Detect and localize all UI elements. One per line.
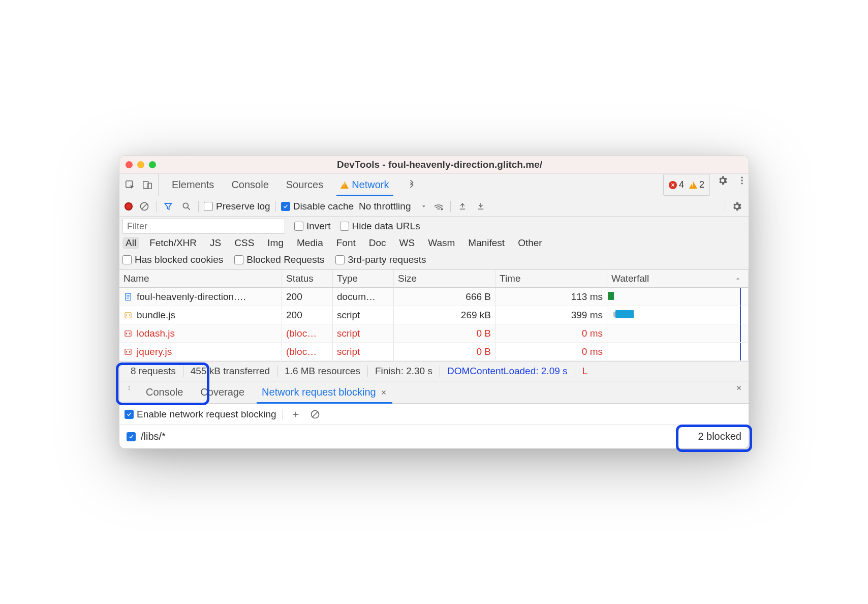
cell-type: docum… [333, 288, 394, 306]
tab-network[interactable]: Network [333, 174, 396, 196]
checkbox-label: Hide data URLs [352, 221, 420, 232]
close-drawer-icon[interactable] [735, 381, 749, 395]
col-time[interactable]: Time [495, 270, 607, 287]
kebab-menu-icon[interactable] [735, 174, 749, 187]
checkbox-label: Has blocked cookies [135, 254, 223, 265]
panel-settings-gear-icon[interactable] [730, 200, 743, 213]
zoom-window-dot[interactable] [149, 161, 156, 168]
network-request-table: Name Status Type Size Time Waterfall fou… [119, 270, 749, 361]
checkbox-icon [234, 255, 243, 264]
main-tab-strip: Elements Console Sources Network ×4 2 [119, 174, 749, 196]
document-icon [123, 292, 133, 301]
drawer-tab-request-blocking[interactable]: Network request blocking [255, 381, 394, 403]
tab-console[interactable]: Console [224, 174, 275, 196]
error-icon: × [669, 181, 677, 189]
checkbox-icon [204, 202, 213, 211]
filter-funnel-icon[interactable] [162, 200, 175, 213]
type-filter-doc[interactable]: Doc [366, 237, 389, 249]
warning-count: 2 [699, 179, 704, 190]
enable-blocking-checkbox[interactable]: Enable network request blocking [125, 409, 276, 420]
network-toolbar: Preserve log Disable cache No throttling [119, 196, 749, 217]
tab-label: Console [231, 179, 268, 191]
more-tabs-button[interactable] [399, 174, 424, 196]
blocking-pattern-row[interactable]: /libs/* 2 blocked [119, 425, 749, 448]
svg-point-15 [129, 386, 130, 387]
has-blocked-cookies-checkbox[interactable]: Has blocked cookies [122, 254, 223, 265]
request-blocking-toolbar: Enable network request blocking [119, 404, 749, 425]
tab-elements[interactable]: Elements [165, 174, 221, 196]
cell-waterfall [607, 343, 749, 360]
warning-icon [689, 182, 697, 189]
titlebar: DevTools - foul-heavenly-direction.glitc… [119, 156, 749, 174]
blocked-requests-checkbox[interactable]: Blocked Requests [234, 254, 324, 265]
extra-filter-row: Has blocked cookies Blocked Requests 3rd… [119, 252, 749, 270]
close-window-dot[interactable] [126, 161, 133, 168]
import-har-icon[interactable] [456, 200, 469, 213]
search-icon[interactable] [180, 200, 193, 213]
tab-sources[interactable]: Sources [279, 174, 330, 196]
disable-cache-checkbox[interactable]: Disable cache [281, 201, 354, 212]
warning-triangle-icon [340, 182, 349, 189]
close-tab-icon[interactable] [380, 389, 387, 396]
hide-data-urls-checkbox[interactable]: Hide data URLs [340, 221, 420, 232]
cell-size: 269 kB [394, 306, 495, 324]
col-name[interactable]: Name [119, 270, 282, 287]
request-name: foul-heavenly-direction.… [137, 291, 246, 303]
col-type[interactable]: Type [333, 270, 394, 287]
window-controls [126, 161, 156, 168]
type-filter-img[interactable]: Img [264, 237, 287, 249]
export-har-icon[interactable] [474, 200, 487, 213]
add-pattern-icon[interactable] [289, 408, 302, 421]
cell-status: (bloc… [282, 324, 333, 342]
inspect-element-icon[interactable] [123, 178, 137, 192]
drawer-kebab-icon[interactable] [122, 381, 136, 395]
col-size[interactable]: Size [394, 270, 495, 287]
col-status[interactable]: Status [282, 270, 333, 287]
drawer-tab-coverage[interactable]: Coverage [193, 381, 252, 403]
remove-all-patterns-icon[interactable] [308, 408, 322, 421]
drawer-tab-console[interactable]: Console [139, 381, 190, 403]
device-toolbar-icon[interactable] [141, 178, 154, 192]
summary-load: L [575, 366, 595, 377]
table-row[interactable]: bundle.js200script269 kB399 ms [119, 306, 749, 324]
type-filter-ws[interactable]: WS [396, 237, 418, 249]
type-filter-wasm[interactable]: Wasm [425, 237, 458, 249]
network-conditions-icon[interactable] [432, 200, 445, 213]
issue-counter[interactable]: ×4 2 [663, 174, 710, 196]
type-filter-font[interactable]: Font [333, 237, 359, 249]
table-row[interactable]: lodash.js(bloc…script0 B0 ms [119, 324, 749, 343]
pattern-blocked-count: 2 blocked [698, 431, 741, 442]
table-row[interactable]: foul-heavenly-direction.…200docum…666 B1… [119, 288, 749, 306]
filter-input[interactable] [122, 219, 285, 234]
type-filter-css[interactable]: CSS [231, 237, 257, 249]
type-filter-other[interactable]: Other [515, 237, 545, 249]
preserve-log-checkbox[interactable]: Preserve log [204, 201, 270, 212]
table-header-row: Name Status Type Size Time Waterfall [119, 270, 749, 288]
minimize-window-dot[interactable] [137, 161, 144, 168]
type-filter-media[interactable]: Media [294, 237, 326, 249]
third-party-checkbox[interactable]: 3rd-party requests [335, 254, 426, 265]
checkbox-icon[interactable] [127, 432, 136, 441]
svg-point-16 [129, 387, 130, 388]
summary-dcl: DOMContentLoaded: 2.09 s [440, 366, 575, 377]
type-filter-all[interactable]: All [122, 237, 139, 249]
col-waterfall[interactable]: Waterfall [607, 270, 749, 287]
invert-checkbox[interactable]: Invert [294, 221, 331, 232]
throttling-select[interactable]: No throttling [359, 201, 427, 212]
settings-gear-icon[interactable] [716, 174, 729, 187]
network-summary-bar: 8 requests 455 kB transferred 1.6 MB res… [119, 361, 749, 381]
record-button[interactable] [125, 202, 133, 210]
type-filter-fetch-xhr[interactable]: Fetch/XHR [146, 237, 200, 249]
type-filter-js[interactable]: JS [207, 237, 224, 249]
tab-label: Coverage [200, 386, 244, 398]
cell-status: (bloc… [282, 343, 333, 360]
type-filter-manifest[interactable]: Manifest [465, 237, 508, 249]
clear-icon[interactable] [138, 200, 151, 213]
script-blocked-icon [123, 329, 133, 338]
tab-label: Network [352, 179, 389, 191]
svg-point-4 [741, 179, 742, 181]
sort-asc-icon [735, 276, 741, 282]
table-row[interactable]: jquery.js(bloc…script0 B0 ms [119, 343, 749, 361]
cell-waterfall [607, 288, 749, 306]
svg-point-7 [183, 203, 188, 208]
